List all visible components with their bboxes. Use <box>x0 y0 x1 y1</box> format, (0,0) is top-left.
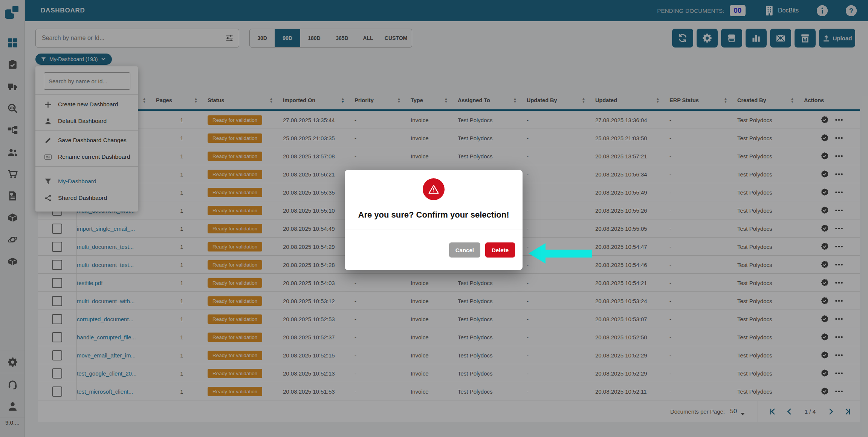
warning-icon <box>423 178 445 200</box>
modal-footer: Cancel Delete <box>345 230 523 270</box>
cancel-button[interactable]: Cancel <box>449 242 480 258</box>
pointer-arrow <box>524 239 597 268</box>
modal-title: Are you sure? Confirm your selection! <box>358 210 509 220</box>
delete-button[interactable]: Delete <box>485 242 515 258</box>
confirm-delete-modal: Are you sure? Confirm your selection! Ca… <box>345 170 523 270</box>
app-root: 9.0.... DASHBOARD PENDING DOCUMENTS: 00 … <box>0 0 868 437</box>
